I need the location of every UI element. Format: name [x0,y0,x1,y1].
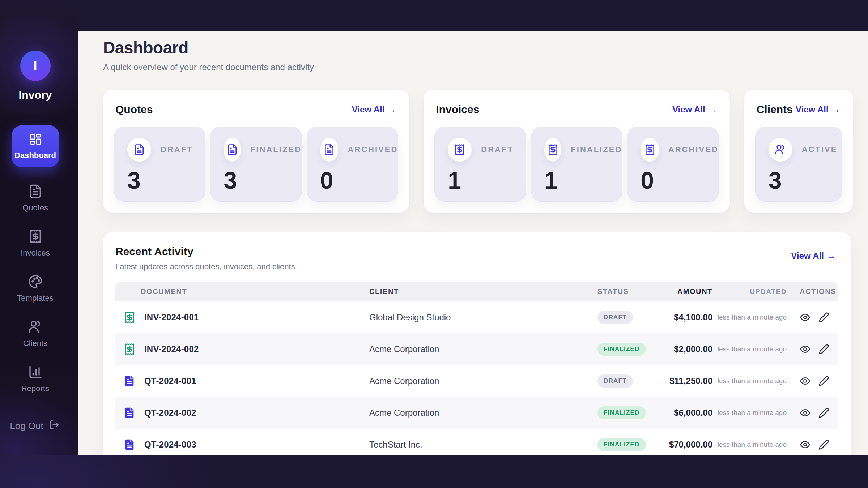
activity-table-header: DOCUMENTCLIENTSTATUSAMOUNTUPDATEDACTIONS [115,282,838,301]
updated-cell: less than a minute ago [712,440,787,449]
amount-cell: $11,250.00 [659,376,712,386]
actions-cell [787,344,838,355]
status-badge: FINALIZED [597,343,646,356]
recent-activity-header-text: Recent Activity Latest updates across qu… [115,245,295,272]
sidebar-item-label: Templates [17,294,53,303]
edit-document-button[interactable] [818,407,829,418]
receipt-icon [448,138,472,162]
status-badge: FINALIZED [597,406,646,419]
status-cell: FINALIZED [597,438,659,451]
stat-tile-top: ACTIVE [769,138,842,162]
stat-label: ARCHIVED [668,145,719,154]
document-cell: QT-2024-003 [115,438,369,451]
updated-cell: less than a minute ago [712,313,787,322]
document-id: INV-2024-001 [144,312,199,322]
sidebar-item-reports[interactable]: Reports [1,365,69,393]
updated-cell: less than a minute ago [712,376,787,386]
view-document-button[interactable] [800,312,810,323]
users-icon [28,320,43,335]
sidebar: I Invory DashboardQuotesInvoicesTemplate… [0,0,78,455]
stat-tile-top: DRAFT [127,138,205,162]
stat-tile-archived: ARCHIVED0 [307,127,398,202]
view-all-link[interactable]: View All→ [352,104,396,115]
view-document-button[interactable] [800,344,810,355]
sidebar-item-label: Invoices [21,248,50,258]
eye-icon [800,439,810,450]
card-title: Clients [757,103,793,116]
amount-cell: $70,000.00 [659,440,712,450]
card-title: Quotes [115,103,153,116]
table-row: INV-2024-001Global Design StudioDRAFT$4,… [115,301,838,333]
app-name: Invory [19,89,52,101]
quote-file-icon [123,438,136,451]
eye-icon [800,344,810,355]
table-row: QT-2024-003TechStart Inc.FINALIZED$70,00… [115,429,838,455]
receipt-icon [544,138,562,162]
actions-cell [787,376,838,386]
edit-document-button[interactable] [818,439,829,450]
document-id: INV-2024-002 [144,344,199,354]
stat-value: 0 [641,167,718,194]
stat-value: 3 [769,167,842,194]
sidebar-item-invoices[interactable]: Invoices [1,229,69,258]
client-cell: Acme Corporation [369,376,597,386]
logout-button[interactable]: Log Out [0,420,69,432]
updated-cell: less than a minute ago [712,344,787,354]
arrow-right-icon: → [827,251,835,261]
summary-cards-row: QuotesView All→DRAFT3FINALIZED3ARCHIVED0… [103,90,851,213]
card-title: Invoices [436,103,479,116]
view-all-link[interactable]: View All→ [796,104,840,115]
document-id: QT-2024-002 [144,408,196,418]
sidebar-item-dashboard[interactable]: Dashboard [12,125,59,167]
view-document-button[interactable] [800,407,810,418]
column-header-amount: AMOUNT [659,287,712,296]
stat-tile-top: DRAFT [448,138,526,162]
edit-document-button[interactable] [818,376,829,386]
stat-label: ACTIVE [802,145,838,154]
stat-label: DRAFT [481,145,514,154]
column-header-actions: ACTIONS [787,287,838,296]
invoice-receipt-icon [123,343,136,355]
summary-card-clients: ClientsView All→ACTIVE3 [744,90,853,213]
document-cell: INV-2024-002 [115,343,369,355]
edit-document-button[interactable] [818,312,829,323]
sidebar-item-clients[interactable]: Clients [1,320,69,348]
edit-document-button[interactable] [818,344,829,355]
summary-card-invoices: InvoicesView All→DRAFT1FINALIZED1ARCHIVE… [424,90,729,213]
amount-cell: $4,100.00 [659,312,712,322]
sidebar-item-templates[interactable]: Templates [1,274,69,303]
stat-value: 3 [127,167,205,194]
sidebar-item-label: Dashboard [14,151,56,160]
pencil-icon [818,407,829,418]
client-cell: Acme Corporation [369,408,597,418]
stat-tile-archived: ARCHIVED0 [627,127,719,202]
document-cell: QT-2024-001 [115,375,369,387]
sidebar-item-quotes[interactable]: Quotes [1,184,69,213]
file-text-icon [320,138,339,162]
logout-icon [49,420,59,432]
amount-cell: $2,000.00 [659,344,712,354]
invoice-receipt-icon [123,311,136,324]
stat-tile-draft: DRAFT3 [114,127,205,202]
view-document-button[interactable] [800,439,810,450]
stat-value: 3 [224,167,301,194]
card-header: InvoicesView All→ [434,100,719,116]
stat-tile-active: ACTIVE3 [755,127,842,202]
app-logo: I [20,51,51,81]
recent-activity-view-all-link[interactable]: View All → [791,251,835,261]
recent-activity-subtitle: Latest updates across quotes, invoices, … [115,262,295,272]
status-badge: FINALIZED [597,438,646,451]
view-all-link[interactable]: View All→ [672,104,717,115]
users-icon [769,138,792,162]
view-document-button[interactable] [800,376,810,386]
arrow-right-icon: → [387,104,396,115]
stat-tiles: DRAFT1FINALIZED1ARCHIVED0 [434,127,719,202]
activity-table-body: INV-2024-001Global Design StudioDRAFT$4,… [115,301,838,455]
quote-file-icon [123,407,136,419]
status-cell: DRAFT [597,311,659,324]
amount-cell: $6,000.00 [659,408,712,418]
view-all-label: View All [672,104,705,115]
stat-label: DRAFT [161,145,193,154]
client-cell: TechStart Inc. [369,440,597,450]
pencil-icon [818,439,829,450]
